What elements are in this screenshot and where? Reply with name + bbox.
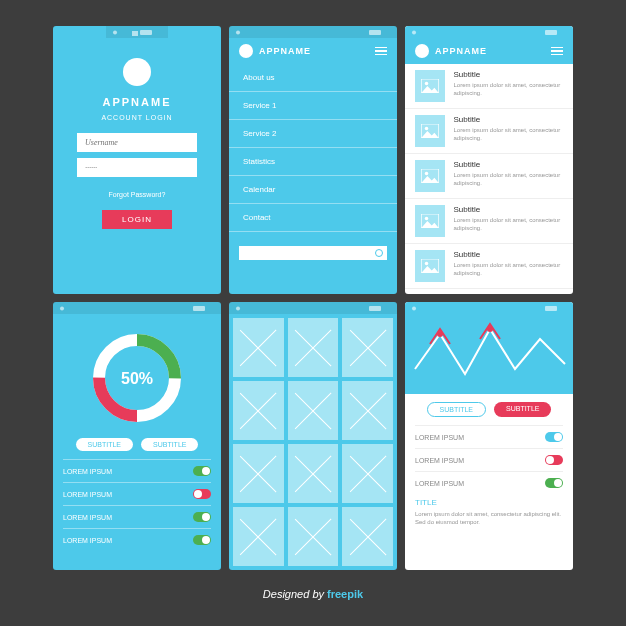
pill-button[interactable]: SUBTITLE [494,402,551,417]
forgot-password-link[interactable]: Forgot Password? [109,191,166,198]
menu-item-service1[interactable]: Service 1 [229,92,397,120]
item-title: Subtitle [453,250,563,259]
search-input[interactable] [239,246,387,260]
login-heading: ACCOUNT LOGIN [101,114,172,121]
app-logo [123,58,151,86]
screen-menu: APPNAME About us Service 1 Service 2 Sta… [229,26,397,294]
svg-rect-1 [132,31,138,36]
svg-point-0 [113,30,117,34]
password-input[interactable] [77,158,197,177]
gallery-tile[interactable] [288,507,339,566]
menu-icon[interactable] [551,47,563,56]
svg-point-17 [60,306,64,310]
percent-label: 50% [121,370,153,387]
image-placeholder-icon [415,250,445,282]
svg-point-10 [425,127,429,131]
list-item[interactable]: SubtitleLorem ipsum dolor sit amet, cons… [405,109,573,154]
app-logo [239,44,253,58]
gallery-tile[interactable] [342,381,393,440]
gallery-tile[interactable] [233,507,284,566]
image-placeholder-icon [415,205,445,237]
svg-rect-2 [140,30,152,35]
screen-list: APPNAME SubtitleLorem ipsum dolor sit am… [405,26,573,294]
app-header: APPNAME [405,38,573,64]
gallery-tile[interactable] [233,318,284,377]
list-item[interactable]: SubtitleLorem ipsum dolor sit amet, cons… [405,64,573,109]
toggle-switch[interactable] [545,478,563,488]
image-placeholder-icon [415,160,445,192]
gallery-tile[interactable] [342,318,393,377]
status-bar [106,26,168,38]
status-bar [405,302,573,314]
list-item[interactable]: SubtitleLorem ipsum dolor sit amet, cons… [405,244,573,289]
section-body: Lorem ipsum dolor sit amet, consectetur … [405,509,573,533]
status-bar [229,26,397,38]
toggle-row: Lorem ipsum [63,482,211,505]
app-title: APPNAME [435,46,487,56]
gallery-tile[interactable] [342,444,393,503]
screen-login: APPNAME ACCOUNT LOGIN Forgot Password? L… [53,26,221,294]
svg-rect-18 [193,306,205,311]
credit-line: Designed by freepik [263,588,363,600]
line-chart [405,314,573,394]
svg-rect-4 [369,30,381,35]
gallery-tile[interactable] [288,444,339,503]
toggle-row: Lorem ipsum [415,448,563,471]
menu-item-calendar[interactable]: Calendar [229,176,397,204]
toggle-switch[interactable] [193,512,211,522]
gallery-tile[interactable] [288,318,339,377]
svg-point-16 [425,262,429,266]
item-title: Subtitle [453,205,563,214]
gallery-tile[interactable] [233,381,284,440]
pill-button[interactable]: SUBTITLE [427,402,486,417]
gallery-tile[interactable] [288,381,339,440]
image-placeholder-icon [415,70,445,102]
list-item[interactable]: SubtitleLorem ipsum dolor sit amet, cons… [405,154,573,199]
menu-item-statistics[interactable]: Statistics [229,148,397,176]
menu-item-about[interactable]: About us [229,64,397,92]
toggle-switch[interactable] [193,535,211,545]
toggle-switch[interactable] [193,489,211,499]
screen-stats: 50% Subtitle Subtitle Lorem ipsum Lorem … [53,302,221,570]
donut-chart: 50% [53,314,221,438]
item-title: Subtitle [453,70,563,79]
content-list: SubtitleLorem ipsum dolor sit amet, cons… [405,64,573,294]
login-button[interactable]: LOGIN [102,210,172,229]
screen-settings: SUBTITLE SUBTITLE Lorem ipsum Lorem ipsu… [405,302,573,570]
menu-icon[interactable] [375,47,387,56]
svg-point-3 [236,30,240,34]
svg-rect-23 [369,306,381,311]
svg-point-5 [412,30,416,34]
list-item[interactable]: SubtitleLorem ipsum dolor sit amet, cons… [405,199,573,244]
pill-button[interactable]: Subtitle [141,438,198,451]
menu-item-service2[interactable]: Service 2 [229,120,397,148]
toggle-row: Lorem ipsum [63,459,211,482]
svg-point-22 [236,306,240,310]
svg-point-24 [412,306,416,310]
gallery-grid [229,314,397,570]
screen-gallery [229,302,397,570]
username-input[interactable] [77,133,197,152]
toggle-switch[interactable] [545,432,563,442]
status-bar [405,26,573,38]
toggle-row: Lorem ipsum [63,505,211,528]
toggle-switch[interactable] [193,466,211,476]
app-title: APPNAME [102,96,171,108]
svg-rect-6 [545,30,557,35]
item-body: Lorem ipsum dolor sit amet, consectetur … [453,262,563,278]
toggle-row: Lorem ipsum [415,471,563,494]
toggle-switch[interactable] [545,455,563,465]
menu-item-contact[interactable]: Contact [229,204,397,232]
gallery-tile[interactable] [342,507,393,566]
image-placeholder-icon [415,115,445,147]
svg-point-12 [425,172,429,176]
app-logo [415,44,429,58]
item-body: Lorem ipsum dolor sit amet, consectetur … [453,82,563,98]
item-body: Lorem ipsum dolor sit amet, consectetur … [453,127,563,143]
gallery-tile[interactable] [233,444,284,503]
svg-rect-25 [545,306,557,311]
item-title: Subtitle [453,115,563,124]
toggle-row: Lorem ipsum [63,528,211,551]
svg-point-8 [425,82,429,86]
pill-button[interactable]: Subtitle [76,438,133,451]
